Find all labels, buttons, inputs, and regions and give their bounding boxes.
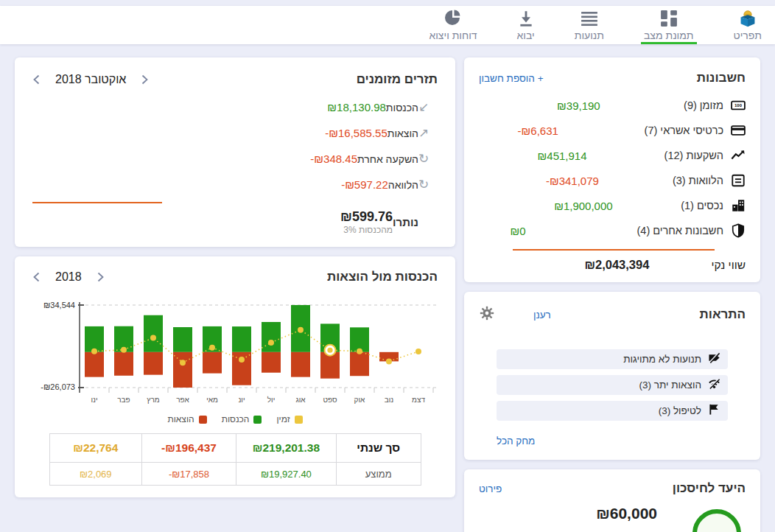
nav-label-snapshot: תמונת מצב — [644, 29, 694, 41]
account-value: ₪451,914 — [538, 150, 635, 162]
summary-label: ממוצע — [336, 463, 421, 486]
alerts-card: התראות רענן — [464, 292, 760, 460]
legend-item-expenses: הוצאות — [167, 414, 206, 424]
available-dot-1[interactable] — [121, 347, 127, 353]
account-row-other[interactable]: חשבונות אחרים (4) ₪0 — [479, 218, 746, 243]
loans-icon — [723, 173, 746, 188]
income-bar-6[interactable] — [262, 322, 281, 352]
savings-goal-title: היעד לחיסכון — [673, 481, 746, 496]
remaining-note: 3% מהכנסות — [275, 225, 393, 235]
arrow-up-right-icon: ↗ — [418, 127, 438, 139]
available-dot-5[interactable] — [239, 357, 245, 363]
account-row-investments[interactable]: השקעות (12) ₪451,914 — [479, 143, 746, 168]
cashflow-row-loan: ↻ הלוואה -₪597.22 — [32, 172, 438, 197]
account-row-assets[interactable]: נכסים (1) ₪1,900,000 — [479, 193, 746, 218]
chevron-left-icon[interactable] — [32, 74, 41, 85]
account-label: נכסים (1) — [681, 200, 723, 211]
cashflow-rows: ↙ הכנסות ₪18,130.98 ↗ הוצאות -₪16,585.55… — [32, 94, 438, 197]
summary-label: סך שנתי — [336, 434, 421, 463]
investments-icon — [723, 148, 746, 163]
right-column: חשבונות + הוספת חשבון 100 מזומן (9) ₪39,… — [464, 57, 760, 532]
remaining-row: נותרו ₪599.76 3% מהכנסות — [32, 209, 438, 235]
account-label: השקעות (12) — [664, 150, 723, 161]
reports-icon — [444, 10, 462, 27]
accounts-list: 100 מזומן (9) ₪39,190 כרטיסי אשראי (7) -… — [479, 93, 746, 243]
expenses-bar-3[interactable] — [173, 352, 192, 388]
overspend-icon — [708, 377, 720, 393]
available-dot-7[interactable] — [298, 327, 304, 333]
income-bar-5[interactable] — [232, 326, 251, 352]
table-row-average: ממוצע ₪19,927.40 -₪17,858 ₪2,069 — [49, 463, 421, 486]
chart-legend: זמין הכנסות הוצאות — [32, 414, 438, 424]
nav-item-menu[interactable]: 100 תפריט — [731, 6, 765, 44]
month-label: מרץ — [147, 396, 159, 404]
cashflow-title: תזרים מזומנים — [357, 72, 438, 87]
nav-item-transactions[interactable]: תנועות — [572, 6, 607, 44]
account-row-cash[interactable]: 100 מזומן (9) ₪39,190 — [479, 93, 746, 118]
month-label: ספט — [323, 396, 337, 404]
available-dot-3[interactable] — [180, 360, 186, 365]
income-expenses-plot: ינופברמרץאפרמאייוניולאוגספטאוקנובדצמ — [78, 299, 436, 411]
income-bar-0[interactable] — [85, 326, 104, 352]
month-label: מאי — [206, 396, 218, 404]
available-line — [94, 330, 418, 363]
nav-item-reports[interactable]: דוחות ויצוא — [426, 6, 480, 44]
alert-to-handle[interactable]: לטיפול (3) — [497, 401, 728, 421]
savings-goal-card: היעד לחיסכון פירוט ₪60,000 — [464, 469, 760, 532]
alerts-title: התראות — [700, 307, 746, 322]
flag-icon — [708, 403, 720, 419]
clear-all-link[interactable]: מחק הכל — [497, 435, 728, 447]
nav-label-import: יבוא — [517, 29, 535, 41]
remaining-divider — [32, 202, 162, 203]
account-label: חשבונות אחרים (4) — [637, 225, 723, 237]
available-dot-8[interactable] — [327, 348, 332, 353]
savings-progress-gauge — [692, 509, 741, 532]
account-row-credit-cards[interactable]: כרטיסי אשראי (7) -₪6,631 — [479, 118, 746, 143]
nav-item-import[interactable]: יבוא — [514, 6, 538, 44]
expenses-bar-2[interactable] — [144, 352, 163, 375]
month-selector: אוקטובר 2018 — [32, 73, 149, 86]
account-row-loans[interactable]: הלוואות (3) -₪341,079 — [479, 168, 746, 193]
refresh-link[interactable]: רענן — [533, 309, 551, 321]
expenses-bar-7[interactable] — [291, 352, 310, 377]
account-value: ₪39,190 — [557, 99, 654, 112]
available-dot-11[interactable] — [415, 349, 421, 354]
expenses-bar-1[interactable] — [114, 352, 133, 376]
settings-gear-icon[interactable] — [479, 305, 495, 324]
nav-label-transactions: תנועות — [575, 29, 604, 41]
income-expenses-card: הכנסות מול הוצאות 2018 ₪34,544 -₪26,073 … — [15, 256, 455, 497]
legend-item-available: זמין — [276, 414, 302, 424]
alert-untagged-transactions[interactable]: תנועות לא מתויגות — [497, 349, 728, 369]
left-column: תזרים מזומנים אוקטובר 2018 ↙ הכנסות ₪18,… — [15, 57, 455, 497]
expenses-bar-0[interactable] — [85, 352, 104, 377]
month-label: נוב — [385, 396, 394, 404]
available-dot-0[interactable] — [91, 349, 97, 354]
chevron-right-icon[interactable] — [141, 74, 149, 85]
details-link[interactable]: פירוט — [479, 483, 502, 494]
add-account-link[interactable]: + הוספת חשבון — [479, 73, 544, 84]
income-bar-3[interactable] — [173, 327, 192, 352]
expenses-bar-4[interactable] — [203, 352, 222, 374]
chevron-left-icon[interactable] — [32, 272, 41, 282]
nav-item-snapshot[interactable]: תמונת מצב — [641, 6, 697, 44]
income-expenses-chart: ₪34,544 -₪26,073 ינופברמרץאפרמאייוניולאו… — [32, 299, 438, 411]
cashflow-row-value: -₪16,585.55 — [258, 127, 388, 139]
month-label: פבר — [117, 396, 130, 404]
available-dot-6[interactable] — [268, 340, 274, 346]
available-dot-4[interactable] — [209, 345, 215, 351]
chevron-right-icon[interactable] — [97, 272, 105, 282]
summary-available: ₪22,764 — [49, 434, 142, 463]
account-label: מזומן (9) — [684, 99, 723, 111]
alert-overspending[interactable]: הוצאות יתר (3) — [497, 375, 728, 395]
cashflow-row-value: -₪348.45 — [228, 153, 357, 165]
savings-goal-amount: ₪60,000 — [554, 505, 657, 522]
available-dot-10[interactable] — [386, 358, 392, 364]
available-dot-2[interactable] — [150, 335, 156, 341]
expenses-bar-9[interactable] — [350, 352, 369, 376]
y-axis-min-label: -₪26,073 — [32, 382, 75, 391]
expenses-bar-6[interactable] — [262, 352, 281, 373]
month-label: אפר — [176, 396, 189, 404]
income-bar-2[interactable] — [144, 315, 163, 352]
account-label: הלוואות (3) — [673, 175, 723, 186]
available-dot-9[interactable] — [357, 349, 362, 354]
